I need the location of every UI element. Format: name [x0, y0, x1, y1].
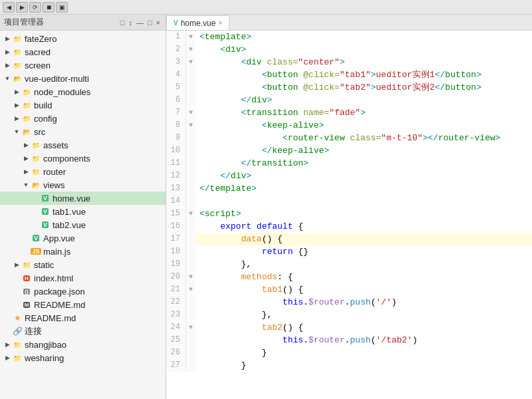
- tree-arrow-shangjibao: ▶: [3, 341, 12, 348]
- tree-item-App.vue[interactable]: VApp.vue: [0, 231, 166, 245]
- panel-icon-expand[interactable]: □: [146, 18, 154, 27]
- code-line-10[interactable]: 10 </keep-alive>: [166, 144, 532, 157]
- tree-label-sacred: sacred: [25, 47, 51, 57]
- code-line-23[interactable]: 23 },: [166, 309, 532, 321]
- code-line-16[interactable]: 16 export default {: [166, 220, 532, 233]
- fold-gutter-9: [186, 132, 196, 144]
- fold-gutter-23: [186, 309, 196, 321]
- line-number-18: 18: [166, 245, 186, 258]
- fold-gutter-20[interactable]: ▼: [186, 271, 196, 283]
- code-line-14[interactable]: 14: [166, 195, 532, 207]
- fold-gutter-1[interactable]: ▼: [186, 31, 196, 43]
- tree-arrow-static: ▶: [12, 261, 21, 268]
- vue-file-icon: V: [31, 233, 41, 243]
- code-line-8[interactable]: 8▼ <keep-alive>: [166, 119, 532, 132]
- code-line-24[interactable]: 24▼ tab2() {: [166, 321, 532, 334]
- code-line-1[interactable]: 1▼<template>: [166, 31, 532, 43]
- tree-item-tab2.vue[interactable]: Vtab2.vue: [0, 218, 166, 231]
- code-line-19[interactable]: 19 },: [166, 258, 532, 271]
- panel-icon-sort[interactable]: ↕: [127, 18, 134, 27]
- star-md-icon: ★: [12, 313, 23, 323]
- code-line-20[interactable]: 20▼ methods: {: [166, 271, 532, 283]
- tree-item-src[interactable]: ▼📂src: [0, 125, 166, 138]
- tree-item-wesharing[interactable]: ▶📁wesharing: [0, 351, 166, 364]
- code-line-26[interactable]: 26 }: [166, 346, 532, 359]
- code-line-27[interactable]: 27 }: [166, 359, 532, 372]
- tree-item-views[interactable]: ▼📂views: [0, 178, 166, 192]
- code-line-3[interactable]: 3▼ <div class="center">: [166, 56, 532, 68]
- code-content-10: </keep-alive>: [196, 144, 532, 157]
- fold-gutter-5: [186, 81, 196, 94]
- code-line-9[interactable]: 9 <router-view class="m-t-10"></router-v…: [166, 132, 532, 144]
- toolbar-btn-1[interactable]: ◀: [3, 2, 15, 13]
- line-number-12: 12: [166, 170, 186, 182]
- line-number-5: 5: [166, 81, 186, 94]
- code-line-15[interactable]: 15▼<script>: [166, 207, 532, 220]
- code-line-7[interactable]: 7▼ <transition name="fade">: [166, 106, 532, 119]
- panel-icon-dash[interactable]: —: [135, 18, 145, 27]
- code-line-6[interactable]: 6 </div>: [166, 94, 532, 106]
- tab-close-btn[interactable]: ×: [218, 19, 222, 27]
- tree-item-index.html[interactable]: Hindex.html: [0, 271, 166, 285]
- left-panel: 项目管理器 □ ↕ — □ × ▶📁fateZero▶📁sacred▶📁scre…: [0, 15, 166, 399]
- fold-gutter-3[interactable]: ▼: [186, 56, 196, 68]
- tree-item-assets[interactable]: ▶📁assets: [0, 138, 166, 152]
- code-line-25[interactable]: 25 this.$router.push('/tab2'): [166, 334, 532, 346]
- code-line-13[interactable]: 13</template>: [166, 182, 532, 195]
- right-panel: V home.vue × 1▼<template>2▼ <div>3▼ <div…: [166, 15, 532, 399]
- tree-item-connect[interactable]: 🔗连接: [0, 325, 166, 338]
- fold-gutter-26: [186, 346, 196, 359]
- tree-item-sacred[interactable]: ▶📁sacred: [0, 45, 166, 59]
- tree-item-config[interactable]: ▶📁config: [0, 112, 166, 125]
- tree-item-vue-ueditor-multi[interactable]: ▼📂vue-ueditor-multi: [0, 72, 166, 85]
- toolbar-btn-3[interactable]: ⟳: [29, 2, 41, 13]
- tree-item-screen[interactable]: ▶📁screen: [0, 59, 166, 72]
- folder-icon: 📁: [31, 167, 41, 176]
- tree-item-main.js[interactable]: JSmain.js: [0, 245, 166, 258]
- code-line-17[interactable]: 17 data() {: [166, 233, 532, 245]
- code-line-18[interactable]: 18 return {}: [166, 245, 532, 258]
- panel-icon-minimize[interactable]: □: [119, 18, 126, 27]
- vue-file-icon: V: [40, 220, 51, 229]
- tree-item-tab1.vue[interactable]: Vtab1.vue: [0, 205, 166, 218]
- tree-item-router[interactable]: ▶📁router: [0, 165, 166, 178]
- fold-gutter-21[interactable]: ▼: [186, 283, 196, 296]
- code-line-21[interactable]: 21▼ tab1() {: [166, 283, 532, 296]
- tree-item-components[interactable]: ▶📁components: [0, 152, 166, 165]
- code-line-22[interactable]: 22 this.$router.push('/'): [166, 296, 532, 309]
- line-number-1: 1: [166, 31, 186, 43]
- fold-gutter-7[interactable]: ▼: [186, 106, 196, 119]
- tree-label-README.md.inner: README.md: [34, 300, 85, 310]
- fold-gutter-27: [186, 359, 196, 372]
- line-number-21: 21: [166, 283, 186, 296]
- tree-item-README.md.inner[interactable]: MREADME.md: [0, 298, 166, 311]
- tree-item-fateZero[interactable]: ▶📁fateZero: [0, 32, 166, 45]
- fold-gutter-24[interactable]: ▼: [186, 321, 196, 334]
- fold-gutter-15[interactable]: ▼: [186, 207, 196, 220]
- code-line-11[interactable]: 11 </transition>: [166, 157, 532, 170]
- code-editor[interactable]: 1▼<template>2▼ <div>3▼ <div class="cente…: [166, 31, 532, 399]
- fold-gutter-2[interactable]: ▼: [186, 43, 196, 56]
- tree-item-shangjibao[interactable]: ▶📁shangjibao: [0, 338, 166, 351]
- tree-label-build: build: [34, 100, 52, 110]
- panel-icon-close[interactable]: ×: [155, 18, 162, 27]
- tree-item-home.vue[interactable]: Vhome.vue: [0, 192, 166, 205]
- tree-item-README.md[interactable]: ★README.md: [0, 311, 166, 325]
- editor-tab-home-vue[interactable]: V home.vue ×: [166, 15, 229, 30]
- tree-label-router: router: [43, 167, 66, 177]
- toolbar-btn-5[interactable]: ▣: [56, 2, 68, 13]
- line-number-25: 25: [166, 334, 186, 346]
- tree-item-build[interactable]: ▶📁build: [0, 98, 166, 112]
- toolbar-btn-2[interactable]: ▶: [16, 2, 28, 13]
- tree-item-node_modules[interactable]: ▶📁node_modules: [0, 85, 166, 98]
- tree-item-package.json[interactable]: {}package.json: [0, 285, 166, 298]
- top-toolbar: ◀ ▶ ⟳ ⏹ ▣: [0, 0, 532, 15]
- tree-item-static[interactable]: ▶📁static: [0, 258, 166, 271]
- fold-gutter-8[interactable]: ▼: [186, 119, 196, 132]
- code-line-2[interactable]: 2▼ <div>: [166, 43, 532, 56]
- toolbar-btn-4[interactable]: ⏹: [43, 2, 55, 13]
- code-line-12[interactable]: 12 </div>: [166, 170, 532, 182]
- code-line-4[interactable]: 4 <button @click="tab1">ueditor实例1</butt…: [166, 68, 532, 81]
- code-line-5[interactable]: 5 <button @click="tab2">ueditor实例2</butt…: [166, 81, 532, 94]
- line-number-20: 20: [166, 271, 186, 283]
